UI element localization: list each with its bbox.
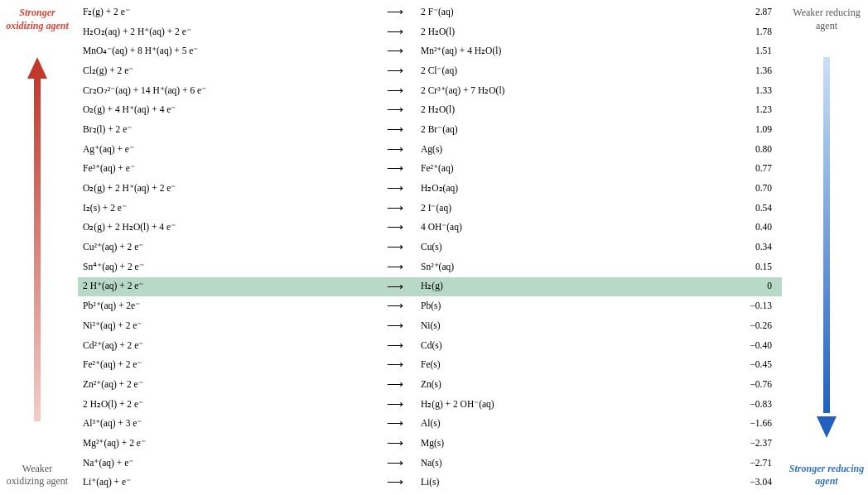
arrow-cell: ⟶	[374, 296, 416, 316]
table-row: Cl₂(g) + 2 e⁻⟶2 Cl⁻(aq)1.36	[78, 61, 782, 81]
product-cell: 2 Cl⁻(aq)	[416, 61, 697, 81]
reactant-cell: O₂(g) + 4 H⁺(aq) + 4 e⁻	[78, 100, 374, 120]
product-cell: Cd(s)	[416, 336, 697, 356]
table-row: O₂(g) + 4 H⁺(aq) + 4 e⁻⟶2 H₂O(l)1.23	[78, 100, 782, 120]
reactant-cell: 2 H₂O(l) + 2 e⁻	[78, 395, 374, 415]
arrow-cell: ⟶	[374, 316, 416, 336]
potential-value: 1.33	[697, 81, 782, 101]
svg-rect-2	[823, 57, 830, 413]
product-cell: Cu(s)	[416, 238, 697, 257]
table-row: Fe²⁺(aq) + 2 e⁻⟶Fe(s)−0.45	[78, 355, 782, 375]
potential-value: 0.70	[697, 179, 782, 199]
arrow-cell: ⟶	[374, 61, 416, 81]
arrow-cell: ⟶	[374, 375, 416, 395]
table-row: Zn²⁺(aq) + 2 e⁻⟶Zn(s)−0.76	[78, 375, 782, 395]
arrow-cell: ⟶	[374, 22, 416, 42]
reactant-cell: Cr₂O₇²⁻(aq) + 14 H⁺(aq) + 6 e⁻	[78, 81, 374, 101]
svg-rect-0	[34, 74, 41, 421]
arrow-cell: ⟶	[374, 100, 416, 120]
table-row: Mg²⁺(aq) + 2 e⁻⟶Mg(s)−2.37	[78, 434, 782, 454]
arrow-cell: ⟶	[374, 336, 416, 356]
potential-value: −0.76	[697, 375, 782, 395]
reduction-table-area: F₂(g) + 2 e⁻⟶2 F⁻(aq)2.87H₂O₂(aq) + 2 H⁺…	[75, 0, 785, 495]
arrow-cell: ⟶	[374, 2, 416, 22]
product-cell: H₂O₂(aq)	[416, 179, 697, 199]
potential-value: −1.66	[697, 414, 782, 434]
table-row: Ni²⁺(aq) + 2 e⁻⟶Ni(s)−0.26	[78, 316, 782, 336]
right-arrow-container	[817, 32, 837, 463]
arrow-cell: ⟶	[374, 238, 416, 257]
svg-marker-3	[817, 416, 837, 438]
arrow-cell: ⟶	[374, 120, 416, 140]
potential-value: −0.13	[697, 296, 782, 316]
product-cell: 2 H₂O(l)	[416, 22, 697, 42]
table-row: 2 H⁺(aq) + 2 e⁻⟶H₂(g)0	[78, 277, 782, 297]
table-row: Pb²⁺(aq) + 2e⁻⟶Pb(s)−0.13	[78, 296, 782, 316]
table-row: Br₂(l) + 2 e⁻⟶2 Br⁻(aq)1.09	[78, 120, 782, 140]
reactant-cell: F₂(g) + 2 e⁻	[78, 2, 374, 22]
svg-marker-1	[27, 57, 47, 79]
reactant-cell: Cl₂(g) + 2 e⁻	[78, 61, 374, 81]
potential-value: 0	[697, 277, 782, 297]
table-row: O₂(g) + 2 H₂O(l) + 4 e⁻⟶4 OH⁻(aq)0.40	[78, 218, 782, 238]
stronger-oxidizing-label: Stronger oxidizing agent	[3, 7, 71, 32]
reactant-cell: 2 H⁺(aq) + 2 e⁻	[78, 277, 374, 297]
right-arrow-column: Weaker reducing agent Stronger reducing …	[785, 0, 868, 495]
potential-value: −2.37	[697, 434, 782, 454]
reactant-cell: Na⁺(aq) + e⁻	[78, 454, 374, 473]
table-row: Al³⁺(aq) + 3 e⁻⟶Al(s)−1.66	[78, 414, 782, 434]
potential-value: 0.15	[697, 257, 782, 277]
reducing-arrow	[817, 57, 837, 438]
product-cell: Zn(s)	[416, 375, 697, 395]
product-cell: 2 H₂O(l)	[416, 100, 697, 120]
potential-value: −0.26	[697, 316, 782, 336]
arrow-cell: ⟶	[374, 199, 416, 219]
potential-value: 0.54	[697, 199, 782, 219]
product-cell: Al(s)	[416, 414, 697, 434]
product-cell: Li(s)	[416, 473, 697, 493]
potential-value: −3.04	[697, 473, 782, 493]
product-cell: Fe(s)	[416, 355, 697, 375]
table-row: I₂(s) + 2 e⁻⟶2 I⁻(aq)0.54	[78, 199, 782, 219]
reactant-cell: Zn²⁺(aq) + 2 e⁻	[78, 375, 374, 395]
reactant-cell: H₂O₂(aq) + 2 H⁺(aq) + 2 e⁻	[78, 22, 374, 42]
arrow-cell: ⟶	[374, 355, 416, 375]
oxidizing-arrow	[27, 57, 47, 438]
reactant-cell: Br₂(l) + 2 e⁻	[78, 120, 374, 140]
product-cell: Ni(s)	[416, 316, 697, 336]
reactant-cell: Mg²⁺(aq) + 2 e⁻	[78, 434, 374, 454]
table-row: 2 H₂O(l) + 2 e⁻⟶H₂(g) + 2 OH⁻(aq)−0.83	[78, 395, 782, 415]
table-row: Fe³⁺(aq) + e⁻⟶Fe²⁺(aq)0.77	[78, 159, 782, 179]
arrow-cell: ⟶	[374, 140, 416, 160]
table-row: Ag⁺(aq) + e⁻⟶Ag(s)0.80	[78, 140, 782, 160]
potential-value: 1.51	[697, 41, 782, 61]
product-cell: Pb(s)	[416, 296, 697, 316]
potential-value: 1.09	[697, 120, 782, 140]
arrow-cell: ⟶	[374, 179, 416, 199]
potential-value: 0.80	[697, 140, 782, 160]
potential-value: 0.34	[697, 238, 782, 257]
reactant-cell: MnO₄⁻(aq) + 8 H⁺(aq) + 5 e⁻	[78, 41, 374, 61]
arrow-cell: ⟶	[374, 454, 416, 473]
table-row: Cu²⁺(aq) + 2 e⁻⟶Cu(s)0.34	[78, 238, 782, 257]
potential-value: 1.78	[697, 22, 782, 42]
potential-value: −0.40	[697, 336, 782, 356]
reactant-cell: I₂(s) + 2 e⁻	[78, 199, 374, 219]
potential-value: 1.36	[697, 61, 782, 81]
arrow-cell: ⟶	[374, 434, 416, 454]
reduction-potentials-table: F₂(g) + 2 e⁻⟶2 F⁻(aq)2.87H₂O₂(aq) + 2 H⁺…	[78, 2, 782, 493]
potential-value: 2.87	[697, 2, 782, 22]
table-row: Sn⁴⁺(aq) + 2 e⁻⟶Sn²⁺(aq)0.15	[78, 257, 782, 277]
table-row: Li⁺(aq) + e⁻⟶Li(s)−3.04	[78, 473, 782, 493]
arrow-cell: ⟶	[374, 414, 416, 434]
reactant-cell: Al³⁺(aq) + 3 e⁻	[78, 414, 374, 434]
reactant-cell: Li⁺(aq) + e⁻	[78, 473, 374, 493]
arrow-cell: ⟶	[374, 218, 416, 238]
table-row: MnO₄⁻(aq) + 8 H⁺(aq) + 5 e⁻⟶Mn²⁺(aq) + 4…	[78, 41, 782, 61]
potential-value: −0.83	[697, 395, 782, 415]
arrow-cell: ⟶	[374, 257, 416, 277]
product-cell: Mg(s)	[416, 434, 697, 454]
product-cell: 2 Br⁻(aq)	[416, 120, 697, 140]
potential-value: −2.71	[697, 454, 782, 473]
reactant-cell: Sn⁴⁺(aq) + 2 e⁻	[78, 257, 374, 277]
